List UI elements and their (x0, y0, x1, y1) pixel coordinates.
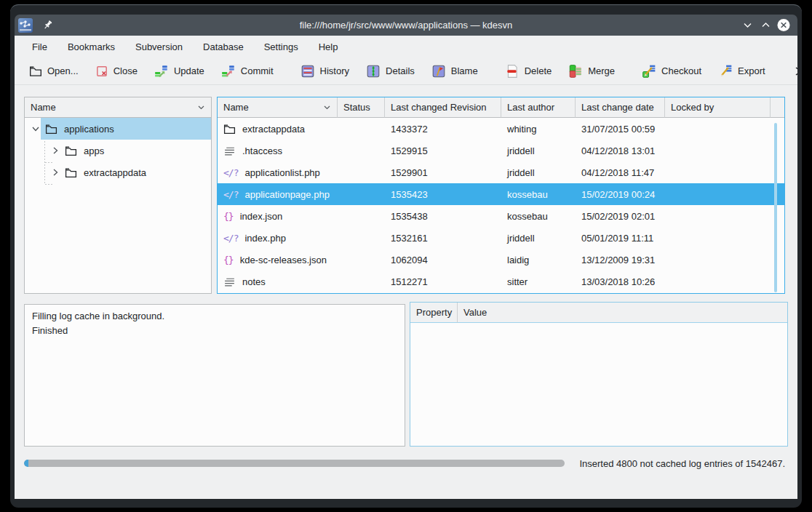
file-locked-by (665, 249, 771, 271)
column-header-date[interactable]: Last change date (576, 97, 665, 118)
table-row[interactable]: </?index.php 1532161 jriddell 05/01/2019… (218, 227, 784, 249)
sort-indicator-icon (323, 103, 331, 111)
file-author: whiting (501, 118, 576, 140)
row-filler (771, 118, 784, 140)
menu-file[interactable]: File (27, 39, 52, 55)
column-header-label: Value (463, 307, 487, 318)
minimize-button[interactable] (741, 19, 754, 32)
tree-item-label: extractappdata (84, 167, 146, 178)
column-header-property[interactable]: Property (410, 303, 458, 323)
chevron-down-icon[interactable] (31, 124, 41, 134)
menu-help[interactable]: Help (314, 39, 343, 55)
history-button[interactable]: History (295, 61, 354, 81)
toolbar-overflow-button[interactable] (787, 63, 797, 79)
tree-item-apps[interactable]: apps (25, 140, 211, 161)
column-header-author[interactable]: Last author (501, 97, 576, 118)
tree-item-label: apps (84, 145, 104, 156)
file-list-header: Name Status Last changed Revision Last a… (218, 97, 784, 118)
table-row[interactable]: notes 1512271 sitter 13/03/2018 10:26 (218, 271, 784, 292)
close-button-toolbar[interactable]: Close (90, 62, 143, 81)
file-author: kossebau (501, 205, 576, 227)
file-date: 05/01/2019 11:11 (576, 227, 665, 249)
file-locked-by (665, 227, 771, 249)
close-file-icon (95, 65, 108, 78)
tree-header: Name (25, 97, 211, 118)
file-revision: 1512271 (385, 271, 501, 292)
menu-database[interactable]: Database (198, 39, 249, 55)
commit-button-label: Commit (241, 65, 274, 76)
window-title: file:///home/jr/src/www/www/applications… (15, 20, 797, 31)
titlebar[interactable]: file:///home/jr/src/www/www/applications… (15, 15, 797, 36)
commit-button[interactable]: Commit (216, 61, 279, 81)
column-header-status[interactable]: Status (338, 97, 385, 118)
file-status (338, 249, 385, 271)
tree-item-selection[interactable]: applications (41, 118, 211, 140)
column-header-revision[interactable]: Last changed Revision (385, 97, 501, 118)
row-filler (771, 227, 784, 249)
column-header-label: Locked by (671, 102, 714, 113)
menubar: File Bookmarks Subversion Database Setti… (15, 36, 797, 57)
column-header-locked[interactable]: Locked by (665, 97, 771, 118)
close-button[interactable] (777, 19, 790, 32)
text-file-icon (223, 145, 236, 157)
open-button[interactable]: Open... (24, 62, 84, 81)
history-icon (300, 64, 315, 79)
export-button[interactable]: Export (713, 61, 771, 81)
file-author: kossebau (501, 183, 576, 205)
row-filler (771, 183, 784, 205)
file-locked-by (665, 183, 771, 205)
file-name: extractappdata (242, 124, 305, 135)
table-row[interactable]: extractappdata 1433372 whiting 31/07/201… (218, 118, 784, 140)
repository-tree-panel: Name (24, 97, 212, 294)
row-filler (771, 161, 784, 183)
menu-bookmarks[interactable]: Bookmarks (63, 39, 120, 55)
tree-item-row[interactable]: apps (60, 140, 211, 161)
chevron-right-icon[interactable] (50, 167, 60, 177)
blame-button[interactable]: Blame (426, 61, 483, 81)
table-row-selected[interactable]: </?applicationpage.php 1535423 kossebau … (218, 183, 784, 205)
file-name: index.json (240, 211, 283, 222)
table-row[interactable]: {}index.json 1535438 kossebau 15/02/2019… (218, 205, 784, 227)
tree-item-row[interactable]: extractappdata (60, 161, 211, 183)
column-header-name[interactable]: Name (218, 97, 338, 118)
file-status (338, 227, 385, 249)
row-filler (771, 249, 784, 271)
sort-indicator-icon (197, 103, 205, 111)
file-revision: 1062094 (385, 249, 501, 271)
merge-button[interactable]: Merge (563, 61, 620, 81)
file-date: 04/12/2018 13:01 (576, 140, 665, 161)
pin-icon[interactable] (40, 18, 55, 33)
progress-bar-chunk (24, 460, 28, 467)
file-status (338, 205, 385, 227)
log-output-panel: Filling log cache in background. Finishe… (24, 304, 405, 447)
chevron-right-icon[interactable] (50, 145, 60, 156)
tree-item-extractappdata[interactable]: extractappdata (25, 161, 211, 183)
json-file-icon: {} (223, 211, 234, 222)
tree-header-name[interactable]: Name (25, 97, 211, 118)
column-header-value[interactable]: Value (458, 303, 787, 323)
update-button[interactable]: Update (149, 61, 210, 81)
delete-button[interactable]: Delete (500, 61, 557, 81)
vertical-scrollbar[interactable] (774, 123, 777, 292)
details-icon (366, 64, 381, 79)
table-row[interactable]: </?applicationlist.php 1529901 jriddell … (218, 161, 784, 183)
php-file-icon: </? (223, 167, 238, 178)
toolbar: Open... Close Up (15, 57, 797, 85)
column-header-label: Last author (507, 102, 554, 113)
file-name: index.php (244, 233, 285, 244)
details-button[interactable]: Details (361, 61, 420, 81)
table-row[interactable]: {}kde-sc-releases.json 1062094 laidig 13… (218, 249, 784, 271)
menu-settings[interactable]: Settings (259, 39, 303, 55)
tree-item-applications[interactable]: applications (25, 118, 211, 140)
maximize-button[interactable] (759, 19, 772, 32)
status-message: Inserted 4800 not cached log entries of … (579, 458, 785, 469)
column-header-filler (771, 97, 784, 118)
history-button-label: History (320, 65, 349, 76)
file-status (338, 118, 385, 140)
file-author: jriddell (501, 140, 576, 161)
window-controls (741, 19, 790, 32)
column-header-label: Status (343, 102, 370, 113)
menu-subversion[interactable]: Subversion (130, 39, 188, 55)
checkout-button[interactable]: Checkout (637, 61, 706, 81)
table-row[interactable]: .htaccess 1529915 jriddell 04/12/2018 13… (218, 140, 784, 161)
